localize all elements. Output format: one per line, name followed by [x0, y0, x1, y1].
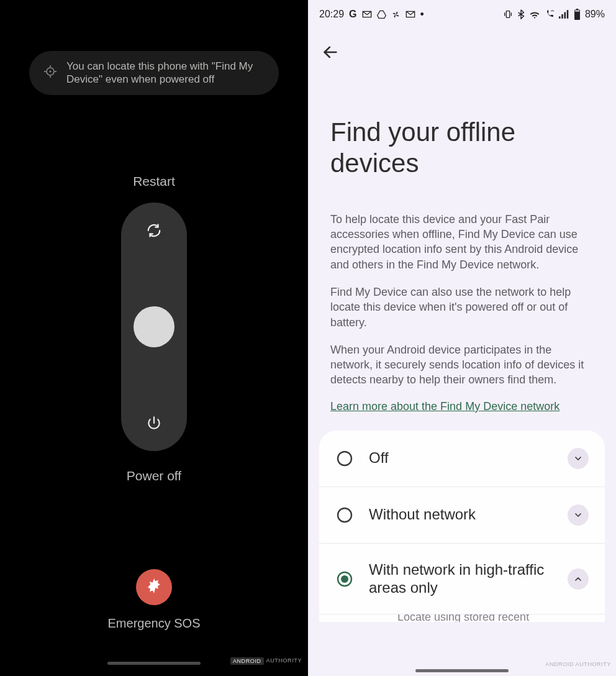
watermark-part-b: AUTHORITY [266, 657, 302, 665]
description-para-2: Find My Device can also use the network … [330, 285, 594, 330]
svg-rect-12 [564, 12, 566, 19]
option-label: Off [369, 449, 551, 467]
svg-point-18 [338, 452, 351, 465]
wifi-calling-icon [545, 9, 555, 19]
options-card: Off Without network With network in high… [319, 431, 605, 623]
svg-rect-15 [576, 9, 579, 10]
description-para-1: To help locate this device and your Fast… [330, 212, 594, 272]
medical-icon [145, 577, 163, 597]
chevron-up-icon[interactable] [568, 569, 589, 590]
option-label: With network in high-traffic areas only [369, 561, 551, 597]
back-button[interactable] [322, 52, 339, 63]
gesture-handle[interactable] [415, 669, 509, 672]
battery-percent: 89% [585, 9, 605, 20]
settings-screen: 20:29 G • [308, 0, 616, 676]
description-para-3: When your Android device participates in… [330, 342, 594, 388]
svg-rect-7 [506, 11, 509, 18]
bluetooth-icon [517, 9, 525, 19]
watermark: ANDROID AUTHORITY [545, 661, 611, 667]
emergency-sos-label: Emergency SOS [108, 616, 201, 631]
status-bar: 20:29 G • [308, 0, 616, 29]
gesture-handle[interactable] [107, 662, 201, 665]
power-menu-screen: You can locate this phone with "Find My … [0, 0, 308, 676]
radio-unchecked-icon [337, 450, 353, 467]
wifi-icon [529, 10, 540, 19]
gmail-icon [362, 11, 372, 18]
page-title: Find your offline devices [308, 63, 616, 180]
locate-icon [43, 64, 58, 82]
power-slider-thumb[interactable] [134, 306, 174, 347]
power-slider-track[interactable] [121, 203, 187, 451]
drive-icon [377, 10, 386, 19]
find-my-device-tip: You can locate this phone with "Find My … [29, 51, 279, 95]
watermark: ANDROID AUTHORITY [230, 657, 302, 665]
restart-label: Restart [133, 174, 175, 189]
svg-rect-16 [575, 11, 579, 12]
radio-unchecked-icon [337, 507, 353, 523]
signal-icon [559, 10, 569, 19]
chevron-down-icon[interactable] [568, 448, 589, 469]
svg-rect-10 [559, 16, 561, 18]
restart-icon[interactable] [145, 221, 163, 240]
option-description-cutoff: Locate using stored recent [348, 614, 605, 622]
option-off[interactable]: Off [319, 431, 605, 487]
svg-point-19 [338, 508, 351, 522]
option-without-network[interactable]: Without network [319, 487, 605, 544]
learn-more-link[interactable]: Learn more about the Find My Device netw… [308, 400, 616, 413]
chevron-down-icon[interactable] [568, 505, 589, 526]
watermark-part-a: ANDROID [230, 657, 264, 665]
vibrate-icon [503, 9, 513, 19]
option-with-network-high-traffic[interactable]: With network in high-traffic areas only [319, 544, 605, 615]
status-time: 20:29 [319, 9, 344, 20]
svg-point-1 [50, 70, 52, 72]
emergency-sos-button[interactable] [136, 569, 172, 605]
svg-point-21 [341, 575, 348, 583]
battery-icon [574, 9, 581, 20]
power-off-label: Power off [127, 468, 181, 483]
tip-text: You can locate this phone with "Find My … [66, 60, 265, 86]
description-block: To help locate this device and your Fast… [308, 180, 616, 388]
fan-icon [391, 10, 401, 19]
svg-rect-11 [561, 14, 563, 19]
radio-checked-icon [337, 571, 353, 587]
option-label: Without network [369, 506, 551, 524]
gmail-icon-2 [405, 11, 415, 18]
google-icon: G [349, 9, 356, 20]
power-icon[interactable] [145, 414, 163, 432]
svg-rect-13 [567, 10, 569, 19]
